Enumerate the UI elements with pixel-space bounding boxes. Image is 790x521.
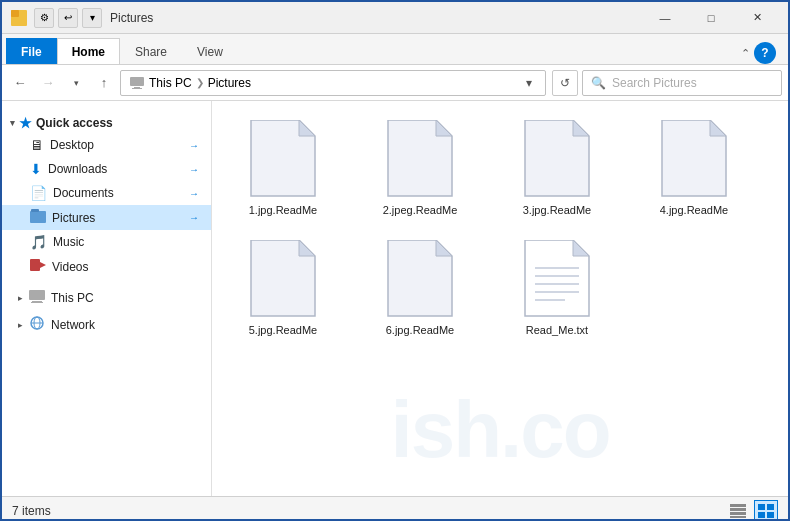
maximize-button[interactable]: □ xyxy=(688,2,734,34)
music-icon: 🎵 xyxy=(30,234,47,250)
sidebar: ▾ ★ Quick access 🖥 Desktop → ⬇ Downloads… xyxy=(2,101,212,496)
status-right xyxy=(726,500,778,522)
search-icon: 🔍 xyxy=(591,76,606,90)
close-button[interactable]: ✕ xyxy=(734,2,780,34)
window-title: Pictures xyxy=(110,11,642,25)
svg-marker-28 xyxy=(573,240,589,256)
svg-marker-16 xyxy=(299,120,315,136)
search-placeholder: Search Pictures xyxy=(612,76,697,90)
svg-rect-41 xyxy=(767,512,774,518)
item-count: 7 items xyxy=(12,504,51,518)
qs-undo-btn[interactable]: ↩ xyxy=(58,8,78,28)
breadcrumb-sep: ❯ xyxy=(196,77,204,88)
help-button[interactable]: ? xyxy=(754,42,776,64)
sidebar-item-thispc[interactable]: ▸ This PC xyxy=(2,285,211,310)
quick-access-toolbar: ⚙ ↩ ▾ xyxy=(34,8,102,28)
svg-rect-35 xyxy=(730,508,746,511)
window-controls: — □ ✕ xyxy=(642,2,780,34)
file-name-f6: 6.jpg.ReadMe xyxy=(386,324,455,336)
sidebar-item-documents[interactable]: 📄 Documents → xyxy=(2,181,211,205)
quick-access-label: Quick access xyxy=(36,116,113,130)
sidebar-item-downloads[interactable]: ⬇ Downloads → xyxy=(2,157,211,181)
file-icon-f2 xyxy=(384,120,456,200)
up-button[interactable]: ↑ xyxy=(92,71,116,95)
file-item-f6[interactable]: 6.jpg.ReadMe xyxy=(365,233,475,343)
tab-view[interactable]: View xyxy=(182,38,238,64)
svg-rect-36 xyxy=(730,512,746,515)
refresh-button[interactable]: ↺ xyxy=(552,70,578,96)
qs-properties-btn[interactable]: ⚙ xyxy=(34,8,54,28)
sidebar-item-network[interactable]: ▸ Network xyxy=(2,312,211,337)
file-icon-f5 xyxy=(247,240,319,320)
svg-rect-37 xyxy=(730,516,746,518)
svg-rect-1 xyxy=(11,10,19,17)
file-item-f7[interactable]: Read_Me.txt xyxy=(502,233,612,343)
file-icon-f6 xyxy=(384,240,456,320)
tab-file[interactable]: File xyxy=(6,38,57,64)
sidebar-label-music: Music xyxy=(53,235,199,249)
status-bar: 7 items xyxy=(2,496,788,521)
sidebar-item-desktop[interactable]: 🖥 Desktop → xyxy=(2,133,211,157)
breadcrumb-thispc[interactable]: This PC xyxy=(149,76,192,90)
file-item-f2[interactable]: 2.jpeg.ReadMe xyxy=(365,113,475,223)
svg-rect-4 xyxy=(132,88,142,89)
sidebar-item-videos[interactable]: Videos xyxy=(2,254,211,279)
sidebar-label-videos: Videos xyxy=(52,260,199,274)
address-dropdown-btn[interactable]: ▾ xyxy=(521,71,537,95)
file-item-f5[interactable]: 5.jpg.ReadMe xyxy=(228,233,338,343)
svg-marker-22 xyxy=(710,120,726,136)
breadcrumb-pictures[interactable]: Pictures xyxy=(208,76,251,90)
quick-access-header[interactable]: ▾ ★ Quick access xyxy=(2,109,211,133)
view-list-button[interactable] xyxy=(726,500,750,522)
file-name-f1: 1.jpg.ReadMe xyxy=(249,204,318,216)
computer-icon xyxy=(129,75,145,91)
expand-arrow-icon: ▾ xyxy=(10,118,15,128)
svg-marker-26 xyxy=(436,240,452,256)
svg-rect-5 xyxy=(30,211,46,223)
documents-icon: 📄 xyxy=(30,185,47,201)
pictures-icon xyxy=(30,209,46,226)
svg-rect-38 xyxy=(758,504,765,510)
sidebar-item-music[interactable]: 🎵 Music xyxy=(2,230,211,254)
minimize-button[interactable]: — xyxy=(642,2,688,34)
content-area: ish.co 1.jpg.ReadMe 2.jpeg.ReadMe 3.jpg.… xyxy=(212,101,788,496)
file-item-f4[interactable]: 4.jpg.ReadMe xyxy=(639,113,749,223)
file-name-f5: 5.jpg.ReadMe xyxy=(249,324,318,336)
file-icon-f1 xyxy=(247,120,319,200)
tab-share[interactable]: Share xyxy=(120,38,182,64)
back-button[interactable]: ← xyxy=(8,71,32,95)
file-item-f1[interactable]: 1.jpg.ReadMe xyxy=(228,113,338,223)
svg-marker-20 xyxy=(573,120,589,136)
sidebar-label-network: Network xyxy=(51,318,199,332)
view-grid-button[interactable] xyxy=(754,500,778,522)
file-grid: 1.jpg.ReadMe 2.jpeg.ReadMe 3.jpg.ReadMe … xyxy=(228,113,772,343)
svg-rect-6 xyxy=(31,209,39,212)
pin-icon-pictures: → xyxy=(189,212,199,223)
star-icon: ★ xyxy=(19,115,32,131)
search-bar[interactable]: 🔍 Search Pictures xyxy=(582,70,782,96)
sidebar-label-pictures: Pictures xyxy=(52,211,183,225)
recent-locations-button[interactable]: ▾ xyxy=(64,71,88,95)
ribbon-collapse-icon[interactable]: ⌃ xyxy=(741,47,750,60)
tab-home[interactable]: Home xyxy=(57,38,120,64)
svg-rect-9 xyxy=(29,290,45,300)
sidebar-label-documents: Documents xyxy=(53,186,183,200)
expand-arrow-thispc: ▸ xyxy=(18,293,23,303)
address-bar[interactable]: This PC ❯ Pictures ▾ xyxy=(120,70,546,96)
sidebar-label-downloads: Downloads xyxy=(48,162,183,176)
nav-bar: ← → ▾ ↑ This PC ❯ Pictures ▾ ↺ 🔍 Search … xyxy=(2,65,788,101)
file-icon-f3 xyxy=(521,120,593,200)
svg-rect-7 xyxy=(30,259,40,271)
sidebar-item-pictures[interactable]: Pictures → xyxy=(2,205,211,230)
svg-rect-40 xyxy=(758,512,765,518)
file-name-f7: Read_Me.txt xyxy=(526,324,588,336)
file-item-f3[interactable]: 3.jpg.ReadMe xyxy=(502,113,612,223)
title-bar: ⚙ ↩ ▾ Pictures — □ ✕ xyxy=(2,2,788,34)
sidebar-label-thispc: This PC xyxy=(51,291,199,305)
svg-marker-18 xyxy=(436,120,452,136)
file-name-f3: 3.jpg.ReadMe xyxy=(523,204,592,216)
pin-icon-desktop: → xyxy=(189,140,199,151)
forward-button[interactable]: → xyxy=(36,71,60,95)
main-area: ▾ ★ Quick access 🖥 Desktop → ⬇ Downloads… xyxy=(2,101,788,496)
qs-dropdown-btn[interactable]: ▾ xyxy=(82,8,102,28)
